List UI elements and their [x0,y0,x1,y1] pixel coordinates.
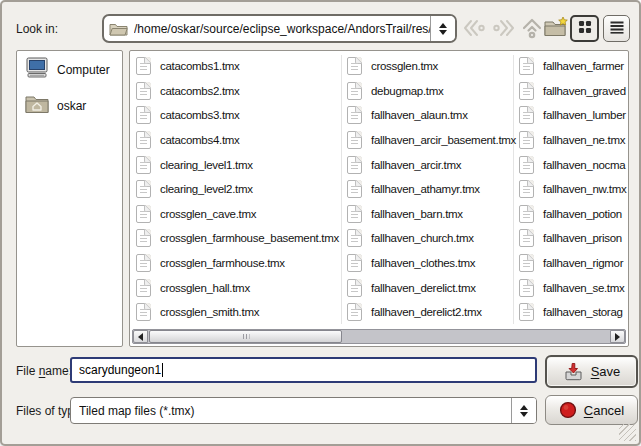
places-sidebar: Computer oskar [16,50,123,347]
file-item[interactable]: fallhaven_clothes.tmx [347,251,516,276]
horizontal-scrollbar[interactable] [132,329,626,344]
document-icon [347,229,362,247]
document-icon [136,254,151,272]
file-item[interactable]: fallhaven_alaun.tmx [347,103,516,128]
file-list[interactable]: catacombs1.tmx catacombs2.tmx catacombs3… [129,50,629,347]
file-name-text: fallhaven_nocma [543,159,625,171]
document-icon [136,229,151,247]
document-icon [519,131,534,149]
file-item[interactable]: fallhaven_lumber [519,103,626,128]
file-item[interactable]: fallhaven_barn.tmx [347,202,516,227]
file-name-text: fallhaven_derelict2.tmx [371,306,482,318]
file-item[interactable]: crossglen_cave.tmx [136,202,339,227]
file-item[interactable]: fallhaven_graved [519,79,626,104]
file-item[interactable]: fallhaven_prison [519,226,626,251]
file-item[interactable]: crossglen_farmhouse_basement.tmx [136,226,339,251]
document-icon [136,205,151,223]
file-item[interactable]: clearing_level2.tmx [136,177,339,202]
file-name-input[interactable]: scarydungeon1 [70,357,537,383]
file-item[interactable]: fallhaven_derelict.tmx [347,275,516,300]
file-name-text: clearing_level1.tmx [160,159,253,171]
file-name-text: crossglen_hall.tmx [160,282,250,294]
file-item[interactable]: crossglen.tmx [347,54,516,79]
file-column-1: catacombs1.tmx catacombs2.tmx catacombs3… [136,54,339,325]
combo-spinner[interactable] [430,16,455,41]
new-folder-button[interactable] [543,16,571,42]
column-separator [341,55,342,324]
document-icon [519,156,534,174]
resize-grip[interactable] [619,424,636,441]
document-icon [347,303,362,321]
document-icon [136,303,151,321]
combo-spinner[interactable] [511,398,536,423]
document-icon [519,303,534,321]
file-name-text: debugmap.tmx [371,85,443,97]
scroll-left-icon [138,333,143,341]
file-item[interactable]: fallhaven_derelict2.tmx [347,300,516,325]
file-item[interactable]: crossglen_hall.tmx [136,275,339,300]
file-item[interactable]: fallhaven_rigmor [519,251,626,276]
document-icon [136,279,151,297]
up-level-button[interactable] [519,17,545,43]
scrollbar-thumb[interactable] [149,330,342,343]
text-caret [162,363,163,377]
file-item[interactable]: clearing_level1.tmx [136,152,339,177]
file-name-text: crossglen.tmx [371,60,438,72]
scroll-left-button[interactable] [133,330,148,343]
file-name-text: crossglen_farmhouse_basement.tmx [160,232,339,244]
file-name-text: fallhaven_lumber [543,109,626,121]
document-icon [347,180,362,198]
file-item[interactable]: catacombs2.tmx [136,79,339,104]
file-name-text: crossglen_cave.tmx [160,208,256,220]
file-item[interactable]: fallhaven_storag [519,300,626,325]
document-icon [136,180,151,198]
file-name-text: catacombs3.tmx [160,109,240,121]
files-of-type-value: Tiled map files (*.tmx) [79,404,195,418]
sidebar-item-computer[interactable]: Computer [17,51,122,88]
list-view-button[interactable] [603,15,630,42]
file-item[interactable]: fallhaven_arcir.tmx [347,152,516,177]
file-item[interactable]: catacombs3.tmx [136,103,339,128]
document-icon [519,205,534,223]
file-item[interactable]: fallhaven_athamyr.tmx [347,177,516,202]
sidebar-item-oskar[interactable]: oskar [17,88,122,123]
file-item[interactable]: fallhaven_arcir_basement.tmx [347,128,516,153]
file-name-text: fallhaven_graved [543,85,626,97]
file-item[interactable]: debugmap.tmx [347,79,516,104]
look-in-combobox[interactable]: /home/oskar/source/eclipse_workspace/And… [102,14,457,43]
file-item[interactable]: fallhaven_se.tmx [519,275,626,300]
grid-view-button[interactable] [570,15,599,42]
back-button[interactable] [461,17,487,43]
file-item[interactable]: fallhaven_nw.tmx [519,177,626,202]
cancel-button-label: Cancel [584,403,624,418]
cancel-icon [559,401,577,419]
file-item[interactable]: fallhaven_church.tmx [347,226,516,251]
file-name-text: fallhaven_athamyr.tmx [371,183,480,195]
file-item[interactable]: fallhaven_nocma [519,152,626,177]
file-name-text: fallhaven_arcir_basement.tmx [371,134,516,146]
file-item[interactable]: fallhaven_ne.tmx [519,128,626,153]
file-item[interactable]: catacombs1.tmx [136,54,339,79]
file-name-text: fallhaven_clothes.tmx [371,257,475,269]
forward-button[interactable] [491,17,517,43]
file-name-text: fallhaven_derelict.tmx [371,282,476,294]
scroll-right-button[interactable] [610,330,625,343]
scroll-right-icon [615,333,620,341]
save-button[interactable]: Save [545,355,638,388]
file-name-text: fallhaven_ne.tmx [543,134,625,146]
file-item[interactable]: crossglen_farmhouse.tmx [136,251,339,276]
document-icon [347,205,362,223]
files-of-type-combobox[interactable]: Tiled map files (*.tmx) [70,397,537,424]
list-view-icon [610,20,624,38]
cancel-button[interactable]: Cancel [545,395,638,425]
file-item[interactable]: catacombs4.tmx [136,128,339,153]
file-item[interactable]: crossglen_smith.tmx [136,300,339,325]
file-item[interactable]: fallhaven_farmer [519,54,626,79]
up-level-icon [520,16,544,44]
file-name-text: fallhaven_alaun.tmx [371,109,468,121]
file-name-text: crossglen_smith.tmx [160,306,259,318]
document-icon [519,106,534,124]
file-name-text: fallhaven_rigmor [543,257,623,269]
document-icon [347,106,362,124]
file-item[interactable]: fallhaven_potion [519,202,626,227]
